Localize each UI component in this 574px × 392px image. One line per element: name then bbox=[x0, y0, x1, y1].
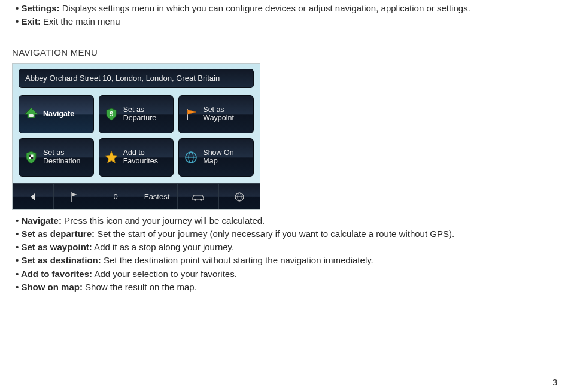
btn-label-top: Add to bbox=[123, 149, 158, 157]
btn-label-bot: Map bbox=[203, 157, 233, 165]
globe-icon bbox=[183, 149, 199, 166]
flag-icon bbox=[70, 192, 78, 202]
list-term: Set as departure: bbox=[21, 229, 95, 239]
car-icon bbox=[192, 193, 205, 201]
list-text: Press this icon and your journey will be… bbox=[62, 215, 265, 226]
btn-label-top: Set as bbox=[43, 149, 81, 157]
list-text: Set the start of your journey (only nece… bbox=[95, 229, 454, 239]
list-text: Displays settings menu in which you can … bbox=[60, 3, 470, 13]
svg-rect-1 bbox=[29, 114, 34, 117]
list-term: Exit: bbox=[21, 16, 41, 26]
destination-shield-icon bbox=[23, 149, 40, 166]
route-mode[interactable]: Fastest bbox=[136, 184, 178, 209]
svg-point-13 bbox=[194, 199, 196, 201]
list-item: Add to favorites: Add your selection to … bbox=[16, 268, 558, 280]
nav-button-grid: Navigate S Set asDeparture Set asWaypoin… bbox=[19, 95, 254, 177]
list-term: Add to favorites: bbox=[21, 269, 92, 279]
set-as-departure-button[interactable]: S Set asDeparture bbox=[99, 95, 174, 133]
add-to-favourites-button[interactable]: Add toFavourites bbox=[99, 138, 174, 177]
list-term: Set as destination: bbox=[21, 255, 101, 265]
svg-text:S: S bbox=[109, 111, 113, 117]
car-arrow-icon bbox=[23, 106, 40, 123]
svg-marker-7 bbox=[105, 151, 117, 163]
btn-label-bot: Waypoint bbox=[203, 114, 234, 122]
top-bullet-list: Settings: Displays settings menu in whic… bbox=[16, 2, 558, 28]
btn-label-bot: Favourites bbox=[123, 157, 158, 165]
svg-rect-5 bbox=[29, 154, 32, 157]
list-text: Set the destination point without starti… bbox=[101, 255, 373, 265]
address-bar[interactable]: Abbey Orchard Street 10, London, London,… bbox=[19, 69, 254, 88]
list-text: Add it as a stop along your journey. bbox=[92, 242, 234, 252]
vehicle-type[interactable] bbox=[178, 184, 219, 209]
set-as-waypoint-button[interactable]: Set asWaypoint bbox=[178, 95, 254, 133]
list-text: Show the result on the map. bbox=[83, 282, 197, 292]
list-text: Add your selection to your favorites. bbox=[92, 269, 237, 279]
waypoint-count[interactable]: 0 bbox=[95, 184, 136, 209]
list-term: Show on map: bbox=[21, 282, 83, 292]
list-item: Navigate: Press this icon and your journ… bbox=[16, 215, 558, 227]
section-heading: NAVIGATION MENU bbox=[12, 47, 558, 57]
arrow-left-icon bbox=[29, 193, 37, 201]
departure-shield-icon: S bbox=[103, 106, 120, 123]
star-icon bbox=[103, 149, 120, 166]
navigate-button[interactable]: Navigate bbox=[19, 95, 94, 133]
list-item: Settings: Displays settings menu in whic… bbox=[16, 2, 558, 14]
btn-label-top: Set as bbox=[123, 106, 157, 114]
flag-indicator[interactable] bbox=[54, 184, 95, 209]
btn-label-top: Set as bbox=[203, 106, 234, 114]
list-item: Show on map: Show the result on the map. bbox=[16, 281, 558, 293]
navigation-menu-screenshot: Abbey Orchard Street 10, London, London,… bbox=[12, 63, 260, 210]
svg-rect-6 bbox=[31, 157, 34, 159]
svg-marker-11 bbox=[31, 193, 35, 200]
btn-label: Navigate bbox=[43, 110, 74, 118]
list-item: Set as waypoint: Add it as a stop along … bbox=[16, 241, 558, 253]
show-on-map-button[interactable]: Show OnMap bbox=[178, 138, 254, 177]
list-term: Set as waypoint: bbox=[21, 242, 92, 252]
address-text: Abbey Orchard Street 10, London, London,… bbox=[25, 74, 220, 83]
back-button[interactable] bbox=[13, 184, 54, 209]
waypoint-flag-icon bbox=[183, 106, 199, 123]
list-term: Navigate: bbox=[21, 215, 62, 226]
list-item: Set as destination: Set the destination … bbox=[16, 254, 558, 266]
list-term: Settings: bbox=[21, 3, 59, 13]
btn-label-bot: Departure bbox=[123, 114, 157, 122]
btn-label-top: Show On bbox=[203, 149, 233, 157]
bottom-toolbar: 0 Fastest bbox=[13, 183, 260, 209]
list-item: Exit: Exit the main menu bbox=[16, 16, 558, 28]
list-item: Set as departure: Set the start of your … bbox=[16, 228, 558, 240]
list-text: Exit the main menu bbox=[41, 16, 120, 26]
svg-point-14 bbox=[200, 199, 202, 201]
page-number: 3 bbox=[552, 378, 557, 387]
globe-button[interactable] bbox=[219, 184, 260, 209]
bottom-bullet-list: Navigate: Press this icon and your journ… bbox=[16, 215, 558, 294]
set-as-destination-button[interactable]: Set asDestination bbox=[19, 138, 94, 177]
btn-label-bot: Destination bbox=[43, 157, 81, 165]
globe-icon bbox=[234, 192, 245, 202]
